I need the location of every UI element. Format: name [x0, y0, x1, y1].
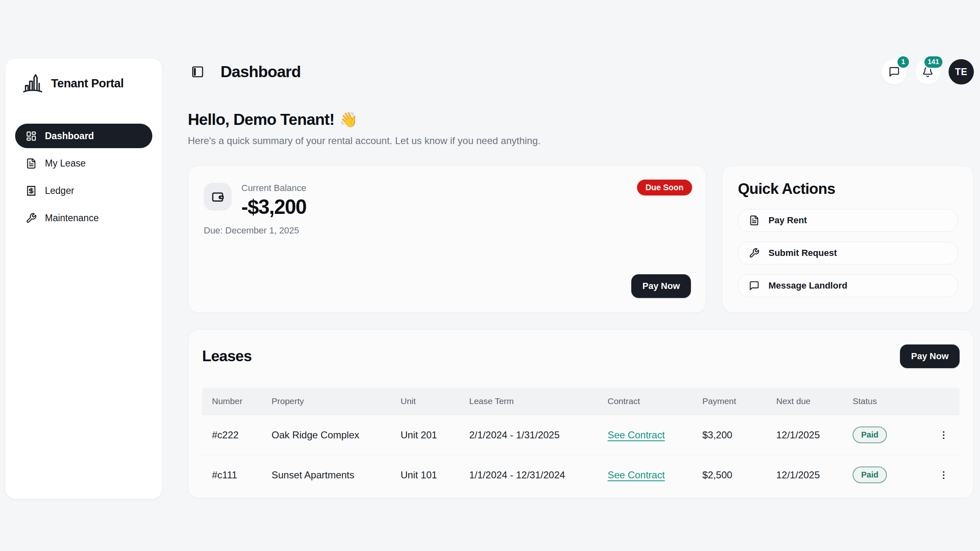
leases-title: Leases	[202, 348, 252, 365]
greeting-section: Hello, Demo Tenant! 👋 Here's a quick sum…	[188, 111, 974, 147]
balance-due-date: Due: December 1, 2025	[204, 225, 299, 236]
brand: Tenant Portal	[15, 71, 152, 95]
pay-now-button[interactable]: Pay Now	[631, 274, 691, 298]
lease-next-due: 12/1/2025	[776, 429, 853, 441]
lease-unit: Unit 101	[401, 469, 469, 481]
lease-term: 2/1/2024 - 1/31/2025	[469, 429, 608, 441]
balance-amount: -$3,200	[241, 195, 306, 219]
sidebar: Tenant Portal Dashboard My Lease	[5, 58, 163, 499]
panel-left-icon	[191, 65, 205, 78]
message-landlord-button[interactable]: Message Landlord	[738, 274, 958, 297]
see-contract-link[interactable]: See Contract	[608, 469, 665, 480]
column-header-unit: Unit	[401, 396, 469, 406]
status-badge: Paid	[853, 427, 887, 443]
file-text-icon	[749, 215, 760, 226]
city-buildings-icon	[21, 71, 45, 95]
messages-button[interactable]: 1	[882, 59, 907, 84]
greeting-subtitle: Here's a quick summary of your rental ac…	[188, 135, 974, 147]
page-title: Dashboard	[220, 63, 301, 81]
table-row: #c111 Sunset Apartments Unit 101 1/1/202…	[202, 455, 960, 495]
wallet-icon	[204, 183, 232, 211]
sidebar-item-ledger[interactable]: Ledger	[15, 178, 152, 203]
quick-action-label: Submit Request	[768, 248, 837, 258]
receipt-icon	[26, 185, 37, 196]
quick-action-label: Pay Rent	[768, 215, 807, 226]
sidebar-item-label: Ledger	[45, 185, 74, 196]
sidebar-toggle-button[interactable]	[191, 65, 205, 79]
leases-pay-now-button[interactable]: Pay Now	[900, 344, 960, 368]
dashboard-grid-icon	[26, 131, 37, 142]
topbar-actions: 1 141 TE	[882, 59, 974, 84]
greeting-title: Hello, Demo Tenant!	[188, 111, 334, 129]
row-actions-menu-button[interactable]	[935, 467, 952, 483]
table-header-row: Number Property Unit Lease Term Contract…	[202, 388, 960, 415]
sidebar-item-dashboard[interactable]: Dashboard	[15, 124, 152, 148]
lease-property: Oak Ridge Complex	[272, 429, 401, 441]
lease-next-due: 12/1/2025	[776, 469, 853, 481]
column-header-next-due: Next due	[776, 396, 853, 406]
lease-property: Sunset Apartments	[272, 469, 401, 481]
messages-count-badge: 1	[896, 55, 910, 69]
wrench-icon	[749, 248, 760, 258]
message-bubble-icon	[749, 280, 760, 291]
main-content: Dashboard 1 141 TE	[188, 0, 974, 498]
wave-emoji: 👋	[339, 111, 357, 128]
column-header-status: Status	[853, 396, 928, 406]
file-text-icon	[26, 158, 37, 169]
due-soon-badge: Due Soon	[637, 180, 692, 196]
notifications-button[interactable]: 141	[915, 59, 940, 84]
column-header-payment: Payment	[702, 396, 776, 406]
leases-card: Leases Pay Now Number Property Unit Leas…	[188, 329, 974, 498]
sidebar-item-my-lease[interactable]: My Lease	[15, 151, 152, 176]
column-header-property: Property	[272, 396, 401, 406]
lease-payment: $3,200	[702, 429, 776, 441]
lease-number: #c111	[202, 469, 272, 481]
sidebar-item-maintenance[interactable]: Maintenance	[15, 206, 152, 230]
brand-name: Tenant Portal	[51, 77, 124, 90]
summary-row: Current Balance -$3,200 Due: December 1,…	[188, 165, 974, 313]
notifications-count-badge: 141	[923, 55, 944, 69]
kebab-menu-icon	[938, 470, 949, 480]
quick-actions-title: Quick Actions	[738, 180, 958, 198]
sidebar-nav: Dashboard My Lease Ledger	[15, 124, 152, 230]
column-header-number: Number	[202, 396, 272, 406]
topbar: Dashboard 1 141 TE	[188, 59, 974, 84]
pay-rent-button[interactable]: Pay Rent	[738, 209, 958, 232]
column-header-lease-term: Lease Term	[469, 396, 608, 406]
column-header-contract: Contract	[608, 396, 702, 406]
message-bubble-icon	[889, 66, 900, 78]
status-badge: Paid	[853, 467, 887, 483]
quick-action-label: Message Landlord	[768, 280, 847, 291]
table-row: #c222 Oak Ridge Complex Unit 201 2/1/202…	[202, 415, 960, 455]
sidebar-item-label: My Lease	[45, 158, 86, 169]
lease-number: #c222	[202, 429, 272, 441]
sidebar-item-label: Maintenance	[45, 213, 99, 224]
lease-term: 1/1/2024 - 12/31/2024	[469, 469, 608, 481]
balance-card: Current Balance -$3,200 Due: December 1,…	[188, 165, 706, 313]
row-actions-menu-button[interactable]	[935, 427, 952, 443]
avatar[interactable]: TE	[949, 59, 974, 84]
balance-label: Current Balance	[241, 183, 306, 193]
see-contract-link[interactable]: See Contract	[608, 429, 665, 440]
kebab-menu-icon	[938, 430, 949, 440]
sidebar-item-label: Dashboard	[45, 131, 94, 142]
lease-payment: $2,500	[702, 469, 776, 481]
lease-unit: Unit 201	[401, 429, 469, 441]
quick-actions-card: Quick Actions Pay Rent	[722, 165, 974, 313]
leases-table: Number Property Unit Lease Term Contract…	[202, 388, 960, 495]
submit-request-button[interactable]: Submit Request	[738, 242, 958, 264]
wrench-icon	[26, 213, 37, 224]
